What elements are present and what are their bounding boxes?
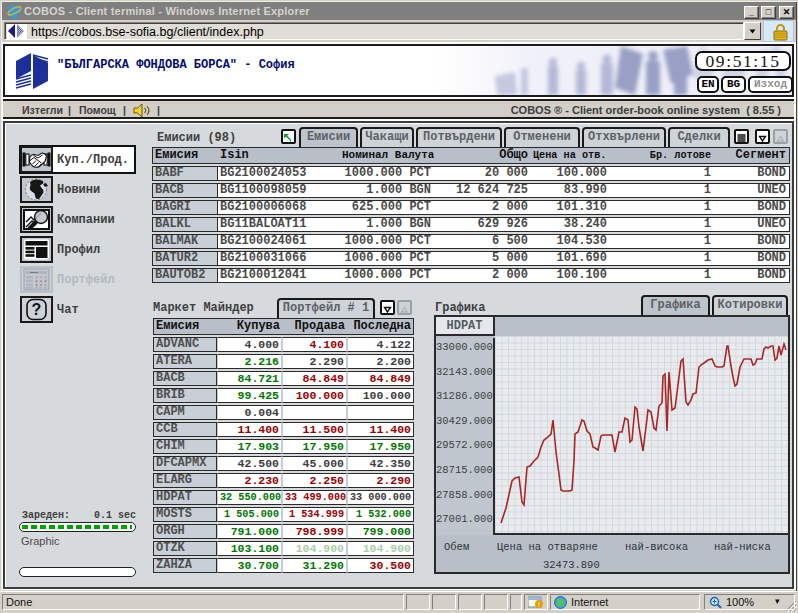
- svg-text:?: ?: [32, 301, 42, 318]
- svg-text:!: !: [538, 601, 540, 608]
